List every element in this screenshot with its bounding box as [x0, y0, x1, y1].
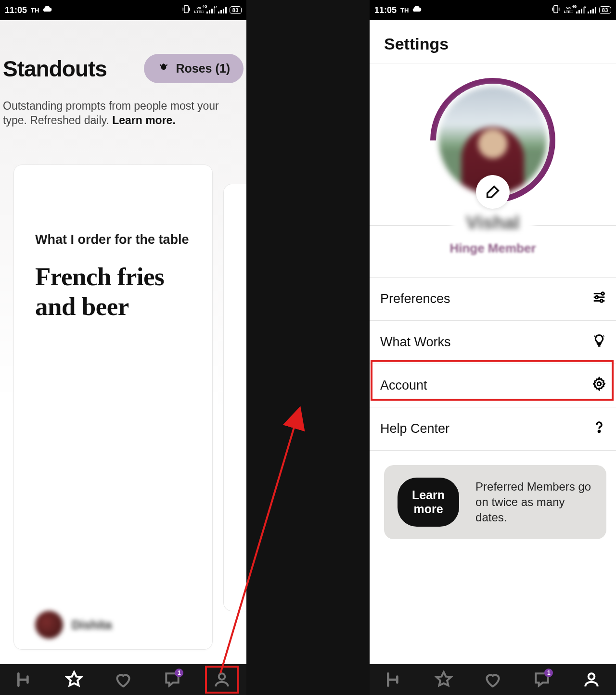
- svg-point-8: [588, 673, 594, 680]
- svg-rect-0: [184, 5, 188, 13]
- carrier: TH: [31, 7, 39, 14]
- prompt-question: What I order for the table: [35, 232, 191, 247]
- clock: 11:05: [374, 5, 397, 15]
- next-card-peek[interactable]: [223, 184, 246, 611]
- nav-messages[interactable]: 1: [160, 668, 184, 692]
- roses-label: Roses (1): [176, 62, 230, 76]
- standouts-subtitle: Outstanding prompts from people most you…: [0, 99, 246, 147]
- clock: 11:05: [5, 5, 27, 15]
- status-bar: 11:05 TH VoLTE□ 4G R 83: [0, 0, 246, 20]
- menu-label: Preferences: [380, 291, 450, 306]
- sliders-icon: [592, 290, 606, 308]
- promo-text: Preferred Members go on twice as many da…: [475, 479, 593, 525]
- menu-label: What Works: [380, 335, 451, 350]
- svg-point-4: [595, 296, 598, 299]
- signal-2: R: [218, 7, 227, 13]
- learn-more-button[interactable]: Learn more: [398, 478, 459, 527]
- settings-screen: 11:05 TH VoLTE□ 4G R 83 Settings: [370, 0, 616, 695]
- vibrate-icon: [181, 4, 191, 16]
- menu-what-works[interactable]: What Works: [370, 320, 616, 364]
- bottom-nav: 1: [370, 664, 616, 695]
- settings-menu: Preferences What Works Account Help Cent…: [370, 277, 616, 451]
- menu-preferences[interactable]: Preferences: [370, 277, 616, 320]
- card-user-name: Dishita: [72, 618, 112, 632]
- page-title: Standouts: [3, 56, 107, 82]
- question-icon: [592, 420, 606, 438]
- roses-button[interactable]: Roses (1): [144, 54, 244, 83]
- nav-likes[interactable]: [111, 668, 135, 692]
- status-bar: 11:05 TH VoLTE□ 4G R 83: [370, 0, 616, 20]
- gear-icon: [592, 377, 606, 394]
- svg-point-1: [218, 673, 225, 680]
- bottom-nav: 1: [0, 664, 246, 695]
- card-user-avatar: [35, 611, 63, 639]
- profile-name: Vishal: [451, 213, 534, 233]
- nav-standouts[interactable]: [62, 668, 86, 692]
- nav-messages[interactable]: 1: [530, 668, 554, 692]
- nav-likes[interactable]: [481, 668, 505, 692]
- menu-account[interactable]: Account: [370, 364, 616, 407]
- vibrate-icon: [551, 4, 561, 16]
- menu-label: Account: [380, 378, 427, 393]
- battery-indicator: 83: [599, 6, 611, 14]
- nav-discover[interactable]: [13, 668, 37, 692]
- profile-summary[interactable]: Vishal Hinge Member: [370, 63, 616, 256]
- membership-badge: Hinge Member: [370, 241, 616, 256]
- carrier: TH: [400, 7, 409, 14]
- svg-point-6: [597, 382, 601, 386]
- learn-more-link[interactable]: Learn more.: [112, 114, 176, 126]
- nav-profile[interactable]: [579, 668, 603, 692]
- svg-rect-2: [554, 5, 558, 13]
- svg-point-3: [602, 292, 604, 295]
- svg-point-7: [598, 430, 600, 432]
- prompt-card[interactable]: What I order for the table French fries …: [13, 164, 213, 650]
- svg-point-5: [600, 300, 603, 303]
- menu-help-center[interactable]: Help Center: [370, 407, 616, 451]
- preferred-members-card: Learn more Preferred Members go on twice…: [384, 465, 606, 539]
- messages-badge: 1: [544, 669, 553, 677]
- nav-standouts[interactable]: [432, 668, 456, 692]
- battery-indicator: 83: [230, 6, 242, 14]
- prompt-answer: French fries and beer: [35, 262, 191, 321]
- nav-profile[interactable]: [210, 668, 234, 692]
- menu-label: Help Center: [380, 421, 449, 436]
- signal-2: R: [588, 7, 596, 13]
- cloud-icon: [43, 4, 52, 16]
- lightbulb-icon: [592, 333, 606, 351]
- messages-badge: 1: [175, 669, 183, 677]
- standouts-screen: 11:05 TH VoLTE□ 4G R 83 Standouts: [0, 0, 246, 695]
- edit-profile-button[interactable]: [476, 175, 510, 209]
- cloud-icon: [412, 4, 422, 16]
- nav-discover[interactable]: [382, 668, 406, 692]
- page-title: Settings: [370, 20, 616, 63]
